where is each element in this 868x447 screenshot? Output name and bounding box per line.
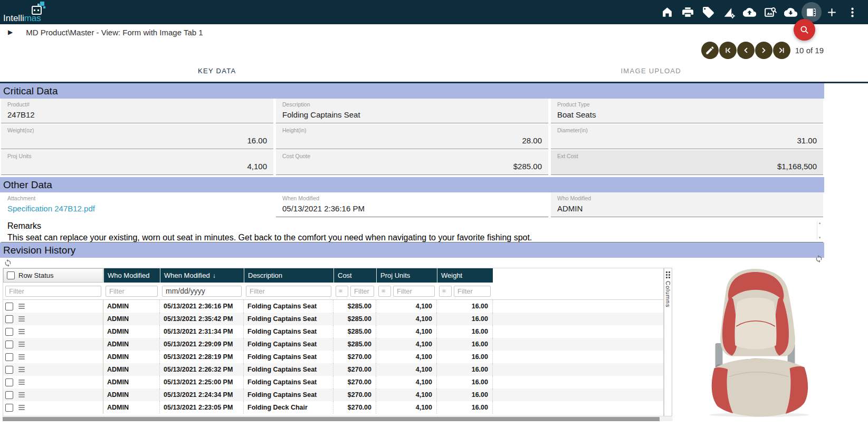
row-checkbox[interactable] (5, 303, 13, 310)
table-row[interactable]: ADMIN 05/13/2021 2:23:05 PM Folding Deck… (3, 401, 663, 414)
print-button[interactable] (678, 0, 698, 24)
row-checkbox[interactable] (5, 353, 13, 361)
table-row[interactable]: ADMIN 05/13/2021 2:31:34 PM Folding Capt… (3, 325, 663, 338)
cost-quote-field[interactable]: Cost Quote$285.00 (276, 150, 548, 175)
more-menu-button[interactable] (842, 0, 863, 24)
columns-panel-toggle[interactable]: Columns (664, 268, 672, 416)
first-record-button[interactable] (719, 42, 737, 59)
product-type-field[interactable]: Product TypeBoat Seats (551, 99, 823, 123)
table-row[interactable]: ADMIN 05/13/2021 2:26:32 PM Folding Capt… (3, 363, 663, 376)
filter-row-status-input[interactable] (5, 286, 101, 297)
table-row[interactable]: ADMIN 05/13/2021 2:24:34 PM Folding Capt… (3, 388, 663, 401)
row-checkbox[interactable] (5, 328, 13, 336)
table-row[interactable]: ADMIN 05/13/2021 2:29:09 PM Folding Capt… (3, 338, 663, 351)
cell-cost: $270.00 (333, 376, 376, 388)
refresh-icon (4, 259, 12, 267)
row-menu-icon[interactable] (18, 342, 25, 347)
last-record-button[interactable] (773, 42, 790, 59)
row-menu-icon[interactable] (18, 354, 25, 359)
row-menu-icon[interactable] (18, 329, 25, 334)
col-header-who-modified[interactable]: Who Modified (103, 268, 160, 283)
table-row[interactable]: ADMIN 05/13/2021 2:25:00 PM Folding Capt… (3, 376, 663, 388)
row-checkbox[interactable] (5, 404, 13, 412)
breadcrumb-row: ▶ MD Product\Master - View: Form with Im… (0, 24, 868, 40)
table-row[interactable]: ADMIN 05/13/2021 2:35:42 PM Folding Capt… (3, 313, 663, 325)
cell-proj-units: 4,100 (376, 401, 437, 414)
row-checkbox[interactable] (5, 341, 13, 348)
cell-weight: 16.00 (437, 351, 493, 363)
edit-record-button[interactable] (701, 42, 719, 59)
chevron-right-icon (759, 45, 769, 55)
filter-weight-operator[interactable]: = (439, 286, 452, 297)
cell-description: Folding Captains Seat (244, 325, 333, 338)
image-search-button[interactable] (760, 0, 780, 24)
filter-units-operator[interactable]: = (378, 286, 391, 297)
revision-history-grid: Row Status Who Modified When Modified↓ D… (3, 268, 673, 416)
section-other-data: Other Data (0, 177, 824, 192)
previous-record-button[interactable] (737, 42, 755, 59)
filter-when-date-input[interactable] (162, 286, 242, 297)
cloud-upload-button[interactable] (739, 0, 760, 24)
app-logo[interactable]: Intellimas (3, 0, 66, 24)
home-button[interactable] (657, 0, 678, 24)
filter-description-input[interactable] (246, 286, 331, 297)
row-menu-icon[interactable] (18, 405, 25, 410)
tab-key-data[interactable]: KEY DATA (0, 60, 434, 82)
search-fab[interactable] (794, 19, 815, 41)
filter-cost-input[interactable] (350, 286, 374, 297)
toolbar (657, 0, 868, 24)
remarks-field[interactable]: Remarks This seat can replace your exist… (1, 219, 823, 242)
remarks-scrollbar[interactable]: ▲▼ (817, 221, 822, 239)
table-row[interactable]: ADMIN 05/13/2021 2:28:19 PM Folding Capt… (3, 351, 663, 363)
col-header-description[interactable]: Description (244, 268, 333, 283)
add-button[interactable] (822, 0, 842, 24)
tab-image-upload[interactable]: IMAGE UPLOAD (434, 60, 868, 82)
select-all-checkbox[interactable] (7, 271, 15, 279)
cell-when-modified: 05/13/2021 2:35:42 PM (160, 313, 244, 325)
diameter-field[interactable]: Diameter(in)31.00 (551, 124, 823, 149)
col-header-when-modified[interactable]: When Modified↓ (160, 268, 244, 283)
row-checkbox[interactable] (5, 391, 13, 399)
row-menu-icon[interactable] (18, 304, 25, 309)
weight-field[interactable]: Weight(oz)16.00 (1, 124, 273, 149)
description-field[interactable]: DescriptionFolding Captains Seat (276, 99, 548, 123)
cell-proj-units: 4,100 (376, 363, 437, 376)
height-field[interactable]: Height(in)28.00 (276, 124, 548, 149)
cell-cost: $285.00 (333, 313, 376, 325)
breadcrumb-expander-icon[interactable]: ▶ (8, 28, 13, 36)
row-menu-icon[interactable] (18, 367, 25, 372)
tag-button[interactable] (698, 0, 719, 24)
table-row[interactable]: ADMIN 05/13/2021 2:36:16 PM Folding Capt… (3, 300, 663, 313)
measure-button[interactable] (719, 0, 739, 24)
col-header-row-status[interactable]: Row Status (3, 268, 103, 283)
who-modified-field: Who ModifiedADMIN (551, 192, 823, 217)
row-checkbox[interactable] (5, 315, 13, 323)
pencil-icon (705, 45, 715, 55)
col-header-proj-units[interactable]: Proj Units (376, 268, 437, 283)
row-menu-icon[interactable] (18, 316, 25, 322)
filter-units-input[interactable] (393, 286, 435, 297)
refresh-grid-button[interactable] (4, 259, 12, 269)
filter-who-input[interactable] (106, 286, 158, 297)
critical-data-fields: Product#247B12 DescriptionFolding Captai… (0, 99, 824, 176)
row-menu-icon[interactable] (18, 380, 25, 385)
scrollbar-thumb[interactable] (3, 417, 660, 421)
cell-description: Folding Deck Chair (244, 401, 333, 414)
next-record-button[interactable] (755, 42, 772, 59)
col-header-weight[interactable]: Weight (437, 268, 493, 283)
cell-who-modified: ADMIN (103, 401, 160, 414)
row-checkbox[interactable] (5, 366, 13, 374)
when-modified-field: When Modified05/13/2021 2:36:16 PM (276, 192, 548, 217)
filter-weight-input[interactable] (454, 286, 491, 297)
filter-cost-operator[interactable]: = (336, 286, 348, 297)
cell-who-modified: ADMIN (103, 351, 160, 363)
row-menu-icon[interactable] (18, 392, 25, 397)
row-checkbox[interactable] (5, 378, 13, 386)
proj-units-field[interactable]: Proj Units4,100 (1, 150, 273, 175)
product-number-field[interactable]: Product#247B12 (1, 99, 273, 123)
col-header-cost[interactable]: Cost (333, 268, 376, 283)
grid-horizontal-scrollbar[interactable] (3, 417, 673, 421)
refresh-image-button[interactable] (815, 255, 823, 265)
cell-who-modified: ADMIN (103, 363, 160, 376)
attachment-link[interactable]: Specification 247B12.pdf (7, 204, 95, 213)
